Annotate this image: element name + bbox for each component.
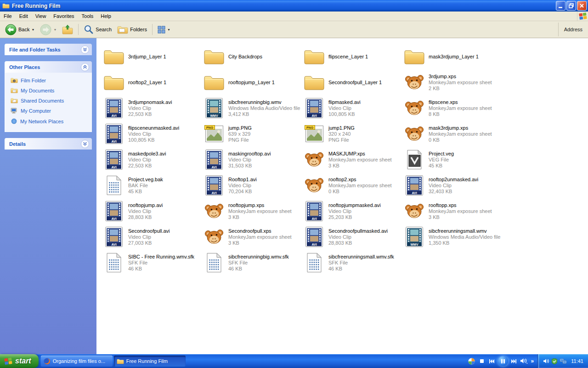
file-size: 28,803 KB: [128, 214, 163, 220]
search-button[interactable]: Search: [81, 23, 114, 36]
panel-header-file-and-folder-tasks[interactable]: File and Folder Tasks: [5, 44, 92, 55]
file-size: 70,204 KB: [228, 189, 257, 195]
wmv-icon: WMV: [406, 227, 423, 247]
file-tile-sibcfreerunningbig-wmv[interactable]: WMVsibcfreerunningbig.wmvWindows Media A…: [203, 95, 303, 121]
address-label[interactable]: Address: [564, 27, 582, 32]
place-link-shared-documents[interactable]: Shared Documents: [11, 98, 90, 104]
views-button[interactable]: ▼: [155, 24, 173, 35]
tile-text: flipscene_Layer 1: [328, 54, 368, 60]
tray-volume-icon[interactable]: [543, 359, 549, 363]
tile-icon-box: [103, 48, 125, 65]
file-type: MonkeyJam exposure sheet: [429, 131, 492, 137]
tray-icons: [543, 358, 566, 364]
menu-tools[interactable]: Tools: [78, 13, 97, 19]
views-dropdown-icon[interactable]: ▼: [167, 28, 170, 31]
place-link-my-computer[interactable]: My Computer: [11, 108, 90, 114]
volume-button[interactable]: [520, 357, 528, 365]
file-size: 1,350 KB: [429, 240, 500, 246]
file-tile-flipmasked-avi[interactable]: AVIflipmasked.aviVideo Clip100,805 KB: [303, 95, 403, 121]
file-tile-project-veg[interactable]: Project.vegVEG File45 KB: [403, 147, 503, 172]
chevron-up-icon[interactable]: [81, 63, 89, 71]
file-tile-3rdjump-xps[interactable]: 3rdjump.xpsMonkeyJam exposure sheet2 KB: [403, 69, 503, 95]
file-tile-rooftop2-xps[interactable]: rooftop2.xpsMonkeyJam exposure sheet0 KB: [303, 172, 403, 198]
up-button[interactable]: [60, 23, 75, 36]
pause-button[interactable]: [498, 356, 508, 366]
place-label: Film Folder: [21, 78, 46, 83]
close-button[interactable]: [577, 1, 587, 11]
panel-header-details[interactable]: Details: [5, 138, 92, 150]
file-tile-secondroofpull-xps[interactable]: Secondroofpull.xpsMonkeyJam exposure she…: [203, 224, 303, 250]
file-tile-maskjump-xps[interactable]: MASKJUMP.xpsMonkeyJam exposure sheet3 KB: [303, 147, 403, 172]
menu-view[interactable]: View: [32, 13, 50, 19]
title-bar[interactable]: Free Running Film: [0, 0, 588, 12]
wmp-logo-button[interactable]: [468, 357, 476, 365]
taskbar-task-organizing-film-files-o[interactable]: Organizing film files o...: [41, 356, 113, 367]
file-tile-rooftop2unmasked-avi[interactable]: AVIrooftop2unmasked.aviVideo Clip32,403 …: [403, 172, 503, 198]
file-name: Secondroofpull.avi: [128, 228, 170, 234]
start-button[interactable]: start: [0, 354, 39, 368]
previous-button[interactable]: [488, 357, 496, 365]
monkey-icon: [404, 98, 424, 118]
menu-edit[interactable]: Edit: [16, 13, 32, 19]
menu-help[interactable]: Help: [97, 13, 115, 19]
menu-favorites[interactable]: Favorites: [50, 13, 78, 19]
panel-header-other-places[interactable]: Other Places: [5, 61, 92, 73]
menu-file[interactable]: File: [0, 13, 16, 19]
file-tile-sibcfreerunningsmall-wmv[interactable]: WMVsibcfreerunningsmall.wmvWindows Media…: [403, 224, 503, 250]
file-tile-3rdjumpnomask-avi[interactable]: AVI3rdjumpnomask.aviVideo Clip22,503 KB: [103, 95, 203, 121]
file-tile-rooftopjump-layer-1[interactable]: rooftopjump_Layer 1: [203, 69, 303, 95]
file-tile-3rdjump-layer-1[interactable]: 3rdjump_Layer 1: [103, 44, 203, 69]
forward-dropdown-icon[interactable]: ▼: [53, 28, 57, 31]
taskbar-task-free-running-film[interactable]: Free Running Film: [114, 356, 186, 367]
file-tile-rooftopjumpmasked-avi[interactable]: AVIrooftopjumpmasked.aviVideo Clip25,203…: [303, 198, 403, 224]
file-tile-rooftopjump-avi[interactable]: AVIrooftopjump.aviVideo Clip28,803 KB: [103, 198, 203, 224]
folders-button[interactable]: Folders: [115, 23, 149, 35]
file-tile-rooftopjump-xps[interactable]: rooftopjump.xpsMonkeyJam exposure sheet3…: [203, 198, 303, 224]
file-name: mask3rdjump.xps: [429, 125, 492, 131]
file-tile-secondroofpullmasked-avi[interactable]: AVISecondroofpullmasked.aviVideo Clip28,…: [303, 224, 403, 250]
svg-text:WMV: WMV: [210, 114, 218, 117]
file-tile-secondroofpull-layer-1[interactable]: Secondroofpull_Layer 1: [303, 69, 403, 95]
next-button[interactable]: [510, 357, 518, 365]
window-folder-icon: [2, 3, 10, 9]
file-type: Windows Media Audio/Video file: [429, 234, 500, 240]
file-tile-mask3rdjump-xps[interactable]: mask3rdjump.xpsMonkeyJam exposure sheet0…: [403, 121, 503, 147]
chevron-down-icon[interactable]: [81, 140, 89, 148]
file-tile-jump1-png[interactable]: PNGjump1.PNG320 x 240PNG File: [303, 121, 403, 147]
chevron-down-icon[interactable]: [81, 46, 89, 54]
file-tile-jump-png[interactable]: PNGjump.PNG639 x 329PNG File: [203, 121, 303, 147]
minimize-button[interactable]: [556, 1, 565, 11]
file-tile-rooftopp-xps[interactable]: rooftopp.xpsMonkeyJam exposure sheet3 KB: [403, 198, 503, 224]
place-link-film-folder[interactable]: Film Folder: [11, 77, 90, 83]
start-label: start: [15, 357, 31, 365]
file-tile-flipsceneunmasked-avi[interactable]: AVIflipsceneunmasked.aviVideo Clip100,80…: [103, 121, 203, 147]
file-name: sibcfreerunningbig.wmv.sfk: [228, 254, 289, 260]
browser-icon: [44, 358, 51, 365]
file-tile-secondroofpull-avi[interactable]: AVISecondroofpull.aviVideo Clip27,003 KB: [103, 224, 203, 250]
overflow-chevron[interactable]: »: [530, 358, 535, 364]
stop-button[interactable]: [478, 357, 486, 365]
back-button[interactable]: Back ▼: [3, 23, 37, 37]
file-tile-maskingrooftop-avi[interactable]: AVImaskingrooftop.aviVideo Clip31,503 KB: [203, 147, 303, 172]
place-link-my-documents[interactable]: My Documents: [11, 87, 90, 93]
file-tile-sibcfreerunningbig-wmv-sfk[interactable]: sibcfreerunningbig.wmv.sfkSFK File46 KB: [203, 250, 303, 276]
back-dropdown-icon[interactable]: ▼: [31, 28, 34, 31]
file-tile-rooftop1-avi[interactable]: AVIRooftop1.aviVideo Clip70,204 KB: [203, 172, 303, 198]
place-link-my-network-places[interactable]: My Network Places: [11, 118, 90, 125]
file-name: rooftop2_Layer 1: [128, 80, 166, 86]
file-tile-sibc-free-running-wmv-sfk[interactable]: SIBC - Free Running.wmv.sfkSFK File46 KB: [103, 250, 203, 276]
file-tile-flipscene-layer-1[interactable]: flipscene_Layer 1: [303, 44, 403, 69]
restore-button[interactable]: [566, 1, 576, 11]
tray-network-icon[interactable]: [560, 359, 566, 364]
file-tile-sibcfreerunningsmall-wmv-sfk[interactable]: sibcfreerunningsmall.wmv.sfkSFK File46 K…: [303, 250, 403, 276]
file-tile-city-backdrops[interactable]: City Backdrops: [203, 44, 303, 69]
tray-security-icon[interactable]: [552, 358, 557, 364]
file-tile-flipscene-xps[interactable]: flipscene.xpsMonkeyJam exposure sheet8 K…: [403, 95, 503, 121]
file-tile-project-veg-bak[interactable]: Project.veg.bakBAK File45 KB: [103, 172, 203, 198]
file-tile-rooftop2-layer-1[interactable]: rooftop2_Layer 1: [103, 69, 203, 95]
forward-button[interactable]: ▼: [38, 23, 59, 37]
file-tile-maskedpole3-avi[interactable]: AVImaskedpole3.aviVideo Clip22,503 KB: [103, 147, 203, 172]
tile-text: flipmasked.aviVideo Clip100,805 KB: [328, 99, 361, 117]
file-tile-mask3rdjump-layer-1[interactable]: mask3rdjump_Layer 1: [403, 44, 503, 69]
tile-text: maskedpole3.aviVideo Clip22,503 KB: [128, 151, 166, 169]
